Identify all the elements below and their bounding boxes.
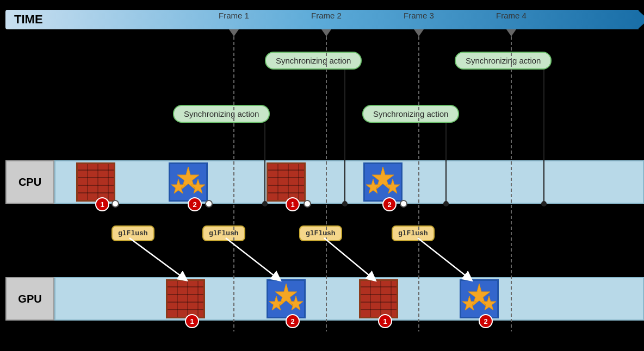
- svg-marker-2: [191, 179, 205, 193]
- cpu-badge-2: 2: [188, 197, 202, 211]
- svg-marker-4: [366, 179, 380, 193]
- gpu-badge-1: 1: [185, 314, 199, 328]
- sync-box-3: Synchronizing action: [173, 105, 270, 123]
- svg-line-30: [226, 238, 277, 278]
- gpu-badge-3: 1: [378, 314, 392, 328]
- cpu-badge-1: 1: [95, 197, 109, 211]
- svg-marker-7: [269, 296, 283, 310]
- gpu-block-stars-4: [460, 279, 499, 318]
- svg-line-29: [129, 238, 184, 278]
- svg-line-31: [324, 238, 373, 278]
- sync-box-2: Synchronizing action: [455, 52, 552, 70]
- glflush-3: glFlush: [299, 225, 342, 241]
- cpu-label: CPU: [5, 160, 54, 204]
- cpu-badge-4: 2: [382, 197, 397, 211]
- frame-2-label: Frame 2: [311, 11, 342, 20]
- glflush-4: glFlush: [392, 225, 435, 241]
- gpu-block-brick-3: [359, 279, 398, 318]
- gpu-label: GPU: [5, 277, 54, 321]
- cpu-band: [54, 160, 644, 204]
- gpu-badge-4: 2: [479, 314, 493, 328]
- svg-marker-1: [171, 179, 185, 193]
- frame-3-tick: [414, 29, 424, 36]
- glflush-1: glFlush: [112, 225, 154, 241]
- cpu-badge-3: 1: [286, 197, 300, 211]
- time-label: TIME: [14, 12, 43, 27]
- svg-marker-5: [386, 179, 400, 193]
- frame-4-tick: [506, 29, 516, 36]
- svg-line-32: [418, 238, 469, 278]
- cpu-block-stars-4: [363, 162, 403, 202]
- svg-marker-10: [462, 296, 476, 310]
- gpu-block-brick-1: [166, 279, 205, 318]
- sync-box-1: Synchronizing action: [265, 52, 362, 70]
- svg-marker-11: [482, 296, 496, 310]
- frame-4-label: Frame 4: [496, 11, 527, 20]
- gpu-block-stars-2: [267, 279, 306, 318]
- cpu-block-brick-3: [267, 162, 306, 202]
- cpu-block-brick-1: [76, 162, 115, 202]
- diagram-canvas: TIME Frame 1 Frame 2 Frame 3 Frame 4 Syn…: [0, 0, 644, 351]
- glflush-2: glFlush: [202, 225, 245, 241]
- gpu-badge-2: 2: [286, 314, 300, 328]
- frame-1-label: Frame 1: [219, 11, 249, 20]
- svg-marker-8: [289, 296, 303, 310]
- frame-1-tick: [229, 29, 239, 36]
- gpu-band: [54, 277, 644, 321]
- sync-box-4: Synchronizing action: [362, 105, 459, 123]
- cpu-block-stars-2: [169, 162, 208, 202]
- frame-3-label: Frame 3: [404, 11, 434, 20]
- frame-2-tick: [321, 29, 331, 36]
